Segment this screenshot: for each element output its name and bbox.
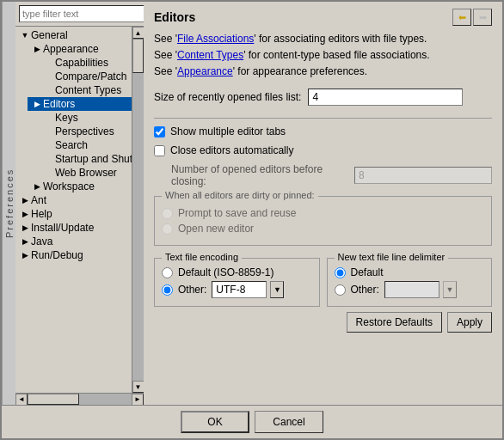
expand-icon: ▼	[19, 29, 31, 41]
cancel-button[interactable]: Cancel	[255, 411, 323, 433]
expand-icon: ▶	[31, 180, 43, 192]
size-label: Size of recently opened files list:	[154, 91, 301, 103]
delimiter-default-radio[interactable]	[335, 267, 346, 278]
sidebar-item-ant[interactable]: ▶ Ant	[15, 193, 132, 207]
sidebar-item-capabilities[interactable]: ▶ Capabilities	[40, 56, 132, 70]
preferences-dialog: Preferences ▼ ▼ General ▶	[0, 0, 504, 440]
editors-count-input	[354, 167, 492, 184]
delimiter-dropdown-button: ▼	[443, 281, 457, 298]
encoding-value-input[interactable]	[212, 281, 267, 298]
delimiter-other-row: Other: ▼	[335, 281, 485, 298]
sidebar-item-content-types[interactable]: ▶ Content Types	[40, 83, 132, 97]
text-encoding-group: Text file encoding Default (ISO-8859-1) …	[154, 258, 320, 307]
scroll-down-button[interactable]: ▼	[132, 381, 144, 393]
expand-icon: ▶	[31, 98, 43, 110]
open-new-radio-row: Open new editor	[162, 223, 484, 235]
expand-icon: ▶	[19, 208, 31, 220]
forward-button[interactable]: ➡	[473, 9, 492, 26]
expand-icon: ▶	[31, 43, 43, 55]
show-tabs-row: Show multiple editor tabs	[154, 125, 492, 138]
info-line-2: See 'Content Types' for content-type bas…	[154, 49, 492, 61]
sidebar-item-help[interactable]: ▶ Help	[15, 207, 132, 221]
scroll-thumb[interactable]	[132, 39, 144, 73]
filter-input[interactable]	[19, 5, 144, 22]
editors-count-row: Number of opened editors before closing:	[171, 163, 492, 187]
text-encoding-title: Text file encoding	[162, 252, 242, 262]
dirty-editors-group: When all editors are dirty or pinned: Pr…	[154, 196, 492, 246]
sidebar-h-scrollbar[interactable]: ◄ ►	[15, 393, 144, 405]
dirty-group-title: When all editors are dirty or pinned:	[162, 190, 318, 200]
appearance-link[interactable]: Appearance	[177, 65, 233, 77]
sidebar-item-compare-patch[interactable]: ▶ Compare/Patch	[40, 70, 132, 83]
encoding-area: Text file encoding Default (ISO-8859-1) …	[154, 258, 492, 307]
info-line-1: See 'File Associations' for associating …	[154, 33, 492, 45]
expand-icon: ▶	[19, 249, 31, 261]
expand-icon: ▶	[19, 222, 31, 234]
scroll-track[interactable]	[132, 39, 144, 381]
other-encoding-label: Other:	[178, 284, 206, 296]
scroll-up-button[interactable]: ▲	[132, 27, 144, 39]
main-panel: Editors ⬅ ➡ See 'File Associations' for …	[144, 2, 502, 405]
sidebar-item-editors[interactable]: ▶ Editors	[28, 97, 132, 111]
close-editors-checkbox[interactable]	[154, 145, 165, 156]
delimiter-other-label: Other:	[351, 284, 379, 296]
default-encoding-radio[interactable]	[162, 267, 173, 278]
h-scroll-track[interactable]	[28, 394, 132, 405]
line-delimiter-title: New text file line delimiter	[335, 252, 449, 262]
sidebar-item-run-debug[interactable]: ▶ Run/Debug	[15, 248, 132, 262]
default-encoding-label: Default (ISO-8859-1)	[178, 266, 274, 278]
preferences-tree: ▼ General ▶ Appearance ▶ Capabilities	[15, 27, 132, 393]
other-encoding-row: Other: ▼	[162, 281, 312, 298]
close-editors-label: Close editors automatically	[170, 144, 293, 156]
back-button[interactable]: ⬅	[452, 9, 471, 26]
ok-button[interactable]: OK	[181, 411, 249, 433]
sidebar-item-general[interactable]: ▼ General	[15, 28, 132, 42]
prompt-label: Prompt to save and reuse	[178, 207, 296, 219]
h-scroll-thumb[interactable]	[28, 394, 79, 405]
sidebar-item-keys[interactable]: ▶ Keys	[40, 111, 132, 125]
close-editors-row: Close editors automatically	[154, 144, 492, 156]
show-tabs-label: Show multiple editor tabs	[170, 125, 286, 138]
sidebar-scrollbar[interactable]: ▲ ▼	[132, 27, 144, 393]
line-delimiter-group: New text file line delimiter Default Oth…	[327, 258, 493, 307]
editors-count-label: Number of opened editors before closing:	[171, 163, 347, 187]
other-encoding-radio[interactable]	[162, 284, 173, 296]
h-scroll-left-button[interactable]: ◄	[15, 394, 28, 406]
dialog-footer: OK Cancel	[2, 405, 502, 438]
prompt-radio-row: Prompt to save and reuse	[162, 207, 484, 219]
expand-icon: ▶	[19, 194, 31, 206]
sidebar-item-search[interactable]: ▶ Search	[40, 138, 132, 152]
sidebar-item-install-update[interactable]: ▶ Install/Update	[15, 221, 132, 235]
sidebar-item-java[interactable]: ▶ Java	[15, 235, 132, 248]
preferences-label: Preferences	[2, 2, 15, 405]
expand-icon: ▶	[19, 235, 31, 248]
info-line-3: See 'Appearance' for appearance preferen…	[154, 65, 492, 77]
restore-defaults-button[interactable]: Restore Defaults	[347, 312, 442, 333]
show-tabs-checkbox[interactable]	[154, 126, 165, 138]
delimiter-default-label: Default	[351, 266, 384, 278]
sidebar-item-workspace[interactable]: ▶ Workspace	[28, 180, 132, 193]
delimiter-default-row: Default	[335, 266, 485, 278]
default-encoding-row: Default (ISO-8859-1)	[162, 266, 312, 278]
page-title: Editors	[154, 10, 195, 24]
sidebar-item-appearance[interactable]: ▶ Appearance	[28, 42, 132, 56]
content-types-link[interactable]: Content Types	[177, 49, 243, 61]
h-scroll-right-button[interactable]: ►	[132, 394, 144, 406]
delimiter-other-radio[interactable]	[335, 284, 346, 296]
file-associations-link[interactable]: File Associations	[177, 33, 254, 45]
action-buttons: Restore Defaults Apply	[154, 307, 492, 333]
open-new-label: Open new editor	[178, 223, 254, 235]
size-input[interactable]	[308, 89, 463, 106]
sidebar-item-web-browser[interactable]: ▶ Web Browser	[40, 166, 132, 180]
open-new-radio	[162, 223, 173, 235]
encoding-dropdown-button[interactable]: ▼	[270, 281, 284, 298]
prompt-radio	[162, 208, 173, 219]
apply-button[interactable]: Apply	[447, 312, 492, 333]
delimiter-value-input	[384, 281, 439, 298]
sidebar-item-perspectives[interactable]: ▶ Perspectives	[40, 125, 132, 138]
sidebar-item-startup[interactable]: ▶ Startup and Shut...	[40, 152, 132, 166]
